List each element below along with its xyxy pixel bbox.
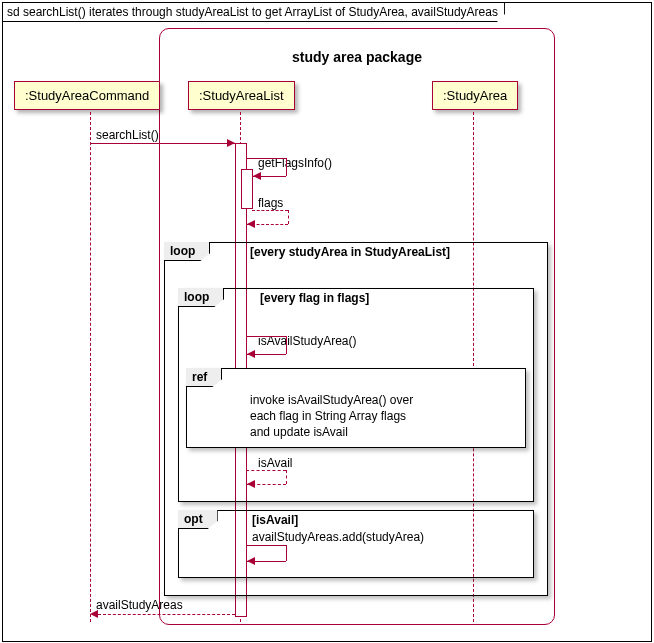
self-msg-line — [252, 210, 288, 211]
arrowhead-icon — [247, 350, 255, 358]
self-msg-line — [246, 470, 286, 471]
lifeline-cmd — [90, 112, 91, 622]
arrowhead-icon — [247, 557, 255, 565]
sd-title: sd searchList() iterates through studyAr… — [3, 3, 505, 22]
msg-searchlist-label: searchList() — [96, 128, 159, 142]
arrowhead-icon — [227, 139, 235, 147]
self-msg-line — [286, 336, 287, 354]
arrowhead-icon — [247, 480, 255, 488]
self-msg-line — [286, 470, 287, 484]
participant-study-area: :StudyArea — [432, 81, 518, 110]
self-msg-line — [246, 545, 286, 546]
msg-add-label: availStudyAreas.add(studyArea) — [252, 530, 424, 544]
participant-study-area-command: :StudyAreaCommand — [14, 81, 160, 110]
fragment-ref-text: invoke isAvailStudyArea() over each flag… — [250, 392, 413, 441]
msg-return-label: availStudyAreas — [96, 598, 183, 612]
fragment-opt — [178, 510, 534, 578]
fragment-loop-inner-label: loop — [178, 288, 224, 307]
msg-searchlist-arrow — [90, 143, 235, 144]
self-msg-line — [286, 158, 287, 176]
msg-return-arrow — [98, 614, 235, 615]
participant-label: :StudyAreaList — [199, 88, 284, 103]
fragment-loop-outer-guard: [every studyArea in StudyAreaList] — [250, 245, 450, 259]
participant-label: :StudyArea — [443, 88, 507, 103]
self-msg-line — [288, 210, 289, 224]
arrowhead-icon — [247, 220, 255, 228]
fragment-loop-outer-label: loop — [164, 242, 210, 261]
package-title: study area package — [160, 49, 554, 65]
msg-isavail-label: isAvail — [258, 456, 292, 470]
msg-flags-label: flags — [258, 196, 283, 210]
self-msg-line — [246, 336, 286, 337]
self-msg-line — [246, 158, 286, 159]
participant-label: :StudyAreaCommand — [25, 88, 149, 103]
participant-study-area-list: :StudyAreaList — [188, 81, 295, 110]
fragment-opt-guard: [isAvail] — [252, 513, 298, 527]
arrowhead-icon — [253, 172, 261, 180]
activation-getflags — [241, 169, 253, 209]
arrowhead-icon — [90, 610, 98, 618]
self-msg-line — [286, 545, 287, 561]
fragment-loop-inner-guard: [every flag in flags] — [260, 291, 369, 305]
